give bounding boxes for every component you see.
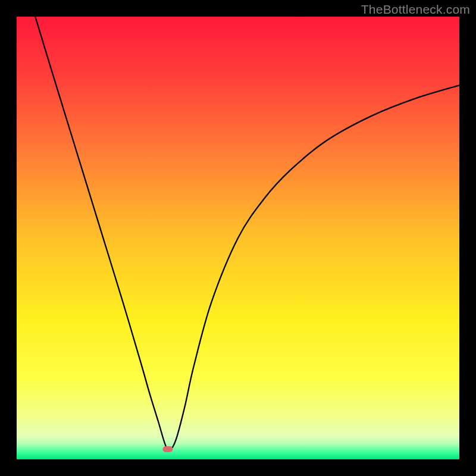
minimum-marker <box>163 446 173 452</box>
watermark-text: TheBottleneck.com <box>361 2 470 17</box>
plot-area <box>17 17 459 459</box>
curve-layer <box>17 17 459 459</box>
bottleneck-curve <box>35 17 459 450</box>
chart-container: TheBottleneck.com <box>0 0 476 476</box>
